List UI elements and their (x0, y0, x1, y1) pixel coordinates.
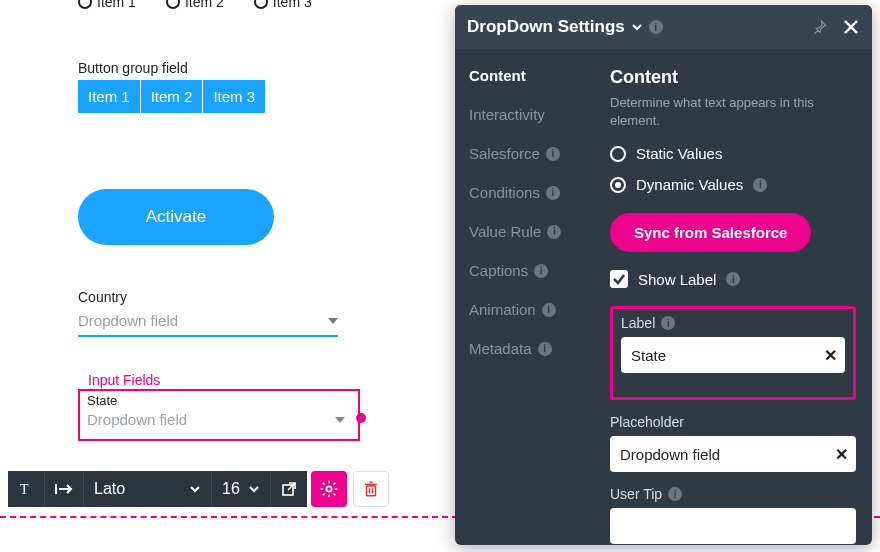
clear-icon[interactable]: ✕ (835, 445, 848, 464)
font-select[interactable]: Lato (84, 471, 212, 507)
button-group: Item 1 Item 2 Item 3 (78, 80, 265, 113)
panel-title-group[interactable]: DropDown Settings i (467, 17, 663, 37)
external-link-icon (281, 481, 297, 497)
dropdown-placeholder: Dropdown field (78, 312, 178, 329)
show-label-checkbox[interactable]: Show Label i (610, 270, 856, 288)
open-external-button[interactable] (271, 471, 307, 507)
user-tip-input[interactable] (610, 508, 856, 544)
sidebar-item-label: Animation (469, 301, 536, 318)
font-name: Lato (94, 480, 125, 498)
svg-line-13 (333, 483, 335, 485)
placeholder-field-label: Placeholder (610, 414, 856, 430)
activate-label: Activate (146, 207, 206, 227)
info-icon[interactable]: i (668, 487, 682, 501)
svg-rect-14 (366, 486, 375, 496)
radio-group: Item 1 Item 2 Item 3 (78, 0, 312, 10)
country-dropdown[interactable]: Dropdown field (78, 306, 338, 337)
panel-content: Content Determine what text appears in t… (600, 49, 872, 545)
sidebar-item-conditions[interactable]: Conditionsi (469, 184, 600, 201)
panel-title: DropDown Settings (467, 17, 625, 37)
state-label: State (87, 393, 117, 408)
chevron-down-icon (189, 485, 201, 493)
info-icon[interactable]: i (753, 178, 767, 192)
radio-icon (610, 146, 626, 162)
sidebar-item-captions[interactable]: Captionsi (469, 262, 600, 279)
info-icon: i (538, 342, 552, 356)
pin-icon[interactable] (812, 19, 828, 35)
info-icon: i (542, 303, 556, 317)
panel-header: DropDown Settings i (455, 5, 872, 49)
country-label: Country (78, 289, 127, 305)
label-field-highlight: Labeli ✕ (610, 306, 856, 400)
sidebar-item-label: Interactivity (469, 106, 545, 123)
dropdown-placeholder: Dropdown field (87, 411, 187, 428)
svg-line-4 (288, 483, 295, 490)
sidebar-item-label: Value Rule (469, 223, 541, 240)
text-tool-button[interactable]: T (8, 471, 45, 507)
trash-icon (362, 480, 380, 498)
sidebar-item-label: Captions (469, 262, 528, 279)
radio-label: Item 3 (273, 0, 312, 10)
sidebar-item-content[interactable]: Content (469, 67, 600, 84)
align-left-icon (55, 482, 73, 496)
info-icon: i (534, 264, 548, 278)
info-icon: i (546, 186, 560, 200)
sidebar-item-interactivity[interactable]: Interactivity (469, 106, 600, 123)
activate-button[interactable]: Activate (78, 189, 274, 245)
radio-label: Item 1 (97, 0, 136, 10)
radio-item-1[interactable]: Item 1 (78, 0, 136, 10)
content-subtitle: Determine what text appears in this elem… (610, 94, 856, 129)
sidebar-item-animation[interactable]: Animationi (469, 301, 600, 318)
svg-line-10 (323, 483, 325, 485)
gear-icon (319, 479, 339, 499)
clear-icon[interactable]: ✕ (824, 346, 837, 365)
settings-panel: DropDown Settings i Content Interactivit… (455, 5, 872, 545)
chevron-down-icon (631, 23, 643, 31)
svg-rect-3 (283, 485, 293, 495)
state-dropdown[interactable]: Dropdown field (87, 411, 345, 428)
info-icon[interactable]: i (726, 272, 740, 286)
align-tool-button[interactable] (45, 471, 84, 507)
info-icon[interactable]: i (661, 316, 675, 330)
sidebar-item-label: Salesforce (469, 145, 540, 162)
radio-dynamic-values[interactable]: Dynamic Values i (610, 176, 856, 193)
button-group-label: Button group field (78, 60, 188, 76)
chevron-down-icon (335, 417, 345, 423)
radio-label: Item 2 (185, 0, 224, 10)
delete-button[interactable] (353, 471, 389, 507)
info-icon: i (547, 225, 561, 239)
svg-text:T: T (20, 482, 29, 497)
font-size-select[interactable]: 16 (212, 471, 271, 507)
sidebar-item-metadata[interactable]: Metadatai (469, 340, 600, 357)
info-icon: i (546, 147, 560, 161)
panel-sidebar: Content Interactivity Salesforcei Condit… (455, 49, 600, 545)
content-heading: Content (610, 67, 856, 88)
sidebar-item-value-rule[interactable]: Value Rulei (469, 223, 600, 240)
svg-line-11 (333, 493, 335, 495)
checkbox-label: Show Label (638, 271, 716, 288)
sidebar-item-label: Metadata (469, 340, 532, 357)
user-tip-field-label: User Tipi (610, 486, 856, 502)
placeholder-input[interactable] (610, 436, 856, 472)
label-field-label: Labeli (621, 315, 845, 331)
sync-salesforce-button[interactable]: Sync from Salesforce (610, 213, 811, 252)
radio-icon (166, 0, 180, 9)
settings-button[interactable] (311, 471, 347, 507)
canvas: Item 1 Item 2 Item 3 Button group field … (0, 0, 880, 552)
button-group-item[interactable]: Item 1 (78, 80, 141, 113)
svg-line-20 (845, 21, 857, 33)
close-icon[interactable] (842, 18, 860, 36)
selected-element-frame[interactable]: State Dropdown field (78, 389, 360, 441)
resize-handle[interactable] (356, 413, 366, 423)
radio-item-3[interactable]: Item 3 (254, 0, 312, 10)
radio-item-2[interactable]: Item 2 (166, 0, 224, 10)
button-group-item[interactable]: Item 2 (141, 80, 204, 113)
chevron-down-icon (328, 318, 338, 324)
button-group-item[interactable]: Item 3 (203, 80, 265, 113)
radio-label: Dynamic Values (636, 176, 743, 193)
label-input[interactable] (621, 337, 845, 373)
sidebar-item-salesforce[interactable]: Salesforcei (469, 145, 600, 162)
font-size: 16 (222, 480, 240, 498)
info-icon[interactable]: i (649, 20, 663, 34)
radio-static-values[interactable]: Static Values (610, 145, 856, 162)
